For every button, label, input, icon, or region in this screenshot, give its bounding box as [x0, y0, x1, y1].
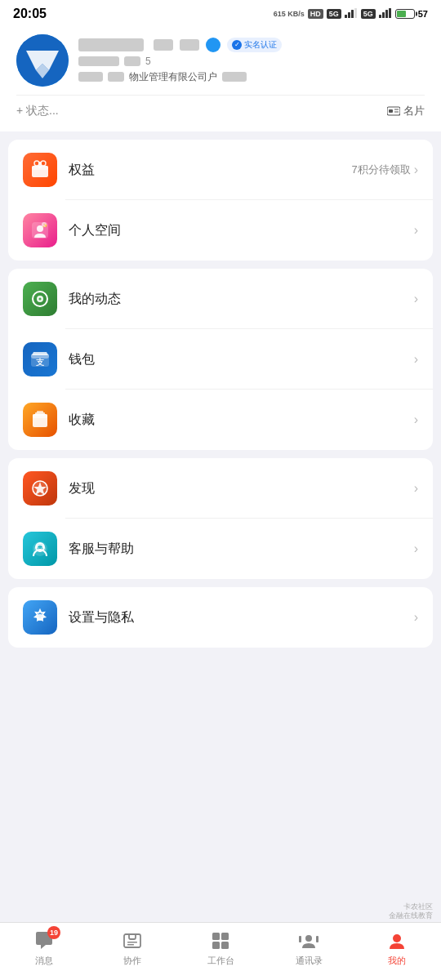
svg-rect-42	[124, 934, 140, 947]
svg-rect-12	[389, 109, 393, 113]
profile-actions: + 状态... 名片	[16, 104, 425, 118]
bottom-nav: 19 消息 协作 工作台	[0, 922, 441, 980]
profile-divider	[16, 95, 425, 96]
work-icon	[122, 931, 142, 951]
battery-icon	[395, 9, 415, 19]
quanyi-icon-wrap	[23, 153, 57, 187]
menu-item-settings[interactable]: 设置与隐私 ›	[8, 587, 433, 648]
speed-indicator: 615 KB/s	[274, 10, 305, 18]
nav-item-contacts[interactable]: 通讯录	[265, 929, 353, 967]
profile-id-num	[124, 56, 140, 66]
svg-text:✨: ✨	[42, 223, 48, 229]
workbench-label: 工作台	[207, 955, 234, 967]
verified-label: 实名认证	[244, 39, 277, 51]
service-icon-wrap	[23, 532, 57, 566]
nav-item-work[interactable]: 协作	[88, 929, 176, 967]
profile-company-blur1	[78, 72, 103, 82]
contacts-label: 通讯录	[296, 955, 323, 967]
menu-section-3: 发现 › 客服与帮助 ›	[8, 458, 433, 579]
dongtai-icon-wrap	[23, 282, 57, 316]
dongtai-chevron: ›	[414, 292, 418, 306]
profile-company-text: 物业管理有限公司户	[129, 70, 217, 84]
menu-item-dongtai[interactable]: 我的动态 ›	[8, 269, 433, 329]
svg-rect-5	[382, 12, 385, 18]
wallet-icon: 支	[29, 349, 51, 370]
menu-item-discover[interactable]: 发现 ›	[8, 458, 433, 519]
profile-name-blur	[78, 38, 144, 51]
mine-icon	[387, 931, 407, 951]
svg-rect-2	[351, 10, 354, 18]
menu-item-quanyi[interactable]: 权益 7积分待领取 ›	[8, 140, 433, 200]
avatar[interactable]	[16, 34, 69, 87]
watermark: 卡农社区 金融在线教育	[389, 902, 441, 921]
svg-rect-33	[37, 411, 43, 413]
settings-icon-wrap	[23, 600, 57, 635]
profile-flag-blur	[154, 39, 173, 51]
workbench-icon	[211, 931, 230, 951]
nav-item-mine[interactable]: 我的	[353, 929, 441, 967]
verified-icon: ✓	[232, 40, 242, 50]
svg-rect-1	[348, 12, 350, 18]
status-icons: 615 KB/s HD 5G 5G	[274, 8, 428, 20]
svg-rect-7	[389, 8, 391, 18]
menu-item-collect[interactable]: 收藏 ›	[8, 390, 433, 450]
menu-item-service[interactable]: 客服与帮助 ›	[8, 519, 433, 579]
svg-rect-46	[221, 933, 229, 940]
nav-item-workbench[interactable]: 工作台	[176, 929, 265, 967]
dongtai-icon	[29, 288, 51, 310]
menu-item-wallet[interactable]: 支 钱包 ›	[8, 329, 433, 390]
status-bar: 20:05 615 KB/s HD 5G 5G	[0, 0, 441, 24]
add-status-button[interactable]: + 状态...	[16, 104, 59, 118]
svg-rect-50	[299, 936, 301, 942]
space-label: 个人空间	[69, 222, 414, 239]
nav-item-messages[interactable]: 19 消息	[0, 929, 88, 967]
namecard-label: 名片	[403, 104, 425, 118]
messages-badge: 19	[47, 926, 60, 939]
profile-company-blur3	[222, 72, 247, 82]
contacts-icon	[299, 931, 318, 951]
collect-chevron: ›	[414, 412, 418, 427]
space-icon-wrap: ✨	[23, 213, 57, 247]
menu-section-2: 我的动态 › 支 钱包 ›	[8, 269, 433, 450]
settings-icon	[29, 607, 51, 628]
dongtai-label: 我的动态	[69, 291, 414, 308]
profile-company-blur2	[108, 72, 124, 82]
service-label: 客服与帮助	[69, 541, 414, 558]
quanyi-icon	[29, 159, 51, 180]
profile-id-blur	[78, 56, 119, 66]
discover-icon-wrap	[23, 471, 57, 506]
profile-tag-blur	[180, 39, 199, 51]
add-status-label: + 状态...	[16, 104, 59, 118]
messages-label: 消息	[35, 955, 53, 967]
svg-rect-47	[212, 942, 220, 949]
namecard-button[interactable]: 名片	[387, 104, 425, 118]
svg-rect-4	[379, 15, 381, 18]
collect-icon-wrap	[23, 403, 57, 437]
space-icon: ✨	[29, 220, 51, 241]
network-5g-1: 5G	[327, 9, 341, 19]
quanyi-chevron: ›	[414, 163, 418, 177]
contacts-icon-wrap	[297, 929, 320, 952]
wallet-label: 钱包	[69, 351, 414, 368]
quanyi-meta: 7积分待领取	[351, 163, 410, 177]
menu-item-space[interactable]: ✨ 个人空间 ›	[8, 200, 433, 261]
svg-text:支: 支	[35, 358, 45, 367]
watermark-line1: 卡农社区	[389, 902, 433, 912]
watermark-line2: 金融在线教育	[389, 911, 433, 921]
profile-info: ✓ 实名认证 5 物业管理有限公司户	[78, 38, 425, 84]
profile-number: 5	[145, 56, 151, 67]
svg-rect-48	[221, 942, 229, 949]
quanyi-label: 权益	[69, 162, 351, 179]
collect-label: 收藏	[69, 412, 414, 429]
space-chevron: ›	[414, 223, 418, 238]
settings-chevron: ›	[414, 610, 418, 625]
svg-point-26	[39, 298, 42, 301]
discover-chevron: ›	[414, 481, 418, 496]
wallet-icon-wrap: 支	[23, 342, 57, 376]
menu-section-4: 设置与隐私 ›	[8, 587, 433, 648]
menu-section-1: 权益 7积分待领取 › ✨ 个人空间 ›	[8, 140, 433, 261]
svg-rect-6	[385, 10, 388, 18]
network-5g-2: 5G	[361, 9, 376, 19]
work-icon-wrap	[121, 929, 144, 952]
hd-icon: HD	[308, 9, 323, 19]
